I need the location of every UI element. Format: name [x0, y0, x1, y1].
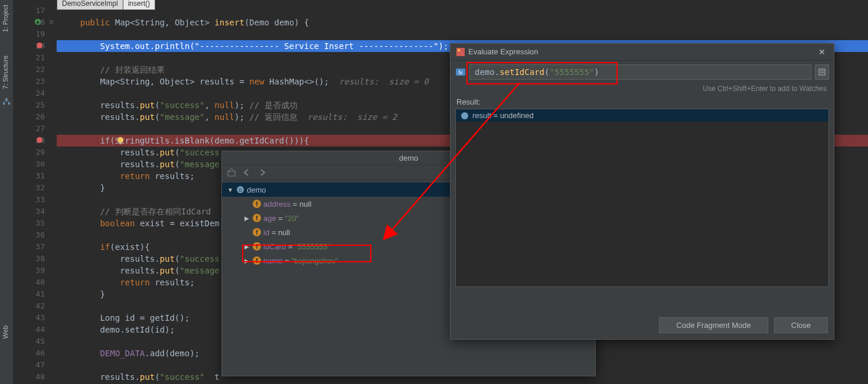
line-number: 32 — [27, 182, 45, 194]
field-icon: f — [253, 200, 261, 208]
result-icon — [461, 112, 469, 120]
result-panel[interactable]: result = undefined — [455, 109, 829, 287]
line-number: 35 — [27, 217, 45, 229]
line-number: 39 — [27, 265, 45, 276]
field-icon: f — [253, 256, 261, 265]
svg-rect-13 — [819, 69, 825, 75]
line-number: 43 — [27, 312, 45, 324]
close-button[interactable]: Close — [774, 317, 828, 333]
dialog-title: Evaluate Expression — [468, 44, 539, 60]
fold-toggle-icon[interactable]: ⊟ — [50, 19, 56, 25]
expand-arrow-icon[interactable]: ▼ — [227, 187, 234, 193]
svg-rect-10 — [458, 49, 460, 51]
line-number: 38 — [27, 253, 45, 265]
svg-rect-5 — [119, 143, 122, 144]
breakpoint-icon[interactable] — [37, 43, 43, 48]
line-number: 30 — [27, 158, 45, 170]
line-number: 29 — [27, 147, 45, 158]
field-icon: f — [253, 214, 261, 222]
line-number: 34 — [27, 206, 45, 217]
inspector-forward-icon[interactable] — [257, 168, 267, 177]
code-line: public Map<String, Object> insert(Demo d… — [57, 17, 868, 28]
inspector-back-icon[interactable] — [242, 168, 252, 177]
object-icon: o — [236, 186, 244, 194]
expand-arrow-icon[interactable]: ▶ — [243, 243, 250, 250]
line-number: 33 — [27, 194, 45, 206]
svg-point-1 — [3, 103, 5, 105]
line-number: 25 — [27, 99, 45, 111]
tool-window-bar: 1: Project 7: Structure Web — [0, 0, 14, 384]
expression-icon: fx — [455, 67, 466, 77]
line-number: 44 — [27, 324, 45, 336]
expand-arrow-icon[interactable]: ▶ — [243, 215, 250, 222]
svg-text:o: o — [239, 187, 242, 193]
line-number: 46 — [27, 347, 45, 359]
svg-point-2 — [8, 103, 11, 105]
close-icon[interactable]: ✕ — [816, 44, 828, 60]
line-number: 31 — [27, 170, 45, 182]
intellij-icon — [456, 48, 465, 56]
history-button[interactable] — [815, 64, 829, 80]
line-number: 47 — [27, 359, 45, 371]
override-icon[interactable] — [34, 18, 41, 25]
line-number: 36 — [27, 229, 45, 241]
field-icon: f — [253, 242, 261, 250]
project-tool-tab[interactable]: 1: Project — [0, 0, 11, 37]
breadcrumb-class[interactable]: DemoServiceImpl — [57, 0, 123, 9]
code-fragment-mode-button[interactable]: Code Fragment Mode — [659, 317, 768, 333]
field-icon: f — [253, 228, 261, 236]
intention-bulb-icon[interactable] — [116, 136, 125, 145]
history-icon — [818, 68, 826, 76]
inspector-home-icon[interactable] — [227, 168, 236, 177]
svg-point-4 — [118, 137, 123, 143]
structure-tool-tab[interactable]: 7: Structure — [0, 51, 11, 94]
line-number: 26 — [27, 111, 45, 123]
result-label: Result: — [451, 96, 834, 108]
breakpoint-icon[interactable] — [37, 137, 43, 143]
line-number: 40 — [27, 276, 45, 288]
editor-gutter[interactable]: 17 18 19 20 21 22 23 24 25 26 27 28 29 3… — [13, 0, 49, 384]
line-number: 48 — [27, 371, 45, 383]
svg-point-14 — [461, 112, 468, 119]
evaluate-expression-dialog: Evaluate Expression ✕ fx demo.setIdCard(… — [450, 43, 834, 340]
fold-column: ⊟ — [48, 0, 57, 384]
dialog-buttons: Code Fragment Mode Close — [659, 317, 828, 333]
line-number: 42 — [27, 300, 45, 312]
breadcrumb-bar: DemoServiceImpl insert() — [57, 0, 155, 10]
line-number: 17 — [27, 5, 45, 17]
line-number: 19 — [27, 28, 45, 40]
web-tool-tab[interactable]: Web — [0, 321, 11, 343]
breadcrumb-method[interactable]: insert() — [123, 0, 155, 9]
line-number: 37 — [27, 241, 45, 253]
line-number: 41 — [27, 288, 45, 300]
result-row[interactable]: result = undefined — [456, 109, 828, 122]
svg-text:fx: fx — [458, 70, 463, 76]
expression-input-row: fx demo.setIdCard("5555555") — [451, 61, 834, 83]
line-number: 23 — [27, 76, 45, 87]
expression-input[interactable]: demo.setIdCard("5555555") — [469, 64, 811, 80]
line-number: 45 — [27, 336, 45, 347]
line-number: 27 — [27, 123, 45, 135]
expand-arrow-icon[interactable]: ▶ — [243, 258, 250, 264]
line-number: 22 — [27, 64, 45, 76]
svg-rect-6 — [228, 171, 235, 176]
structure-icon — [2, 97, 11, 106]
dialog-titlebar[interactable]: Evaluate Expression ✕ — [451, 44, 834, 61]
svg-point-0 — [5, 98, 8, 100]
line-number: 24 — [27, 87, 45, 99]
line-number: 21 — [27, 52, 45, 64]
watches-hint: Use Ctrl+Shift+Enter to add to Watches — [451, 83, 834, 96]
